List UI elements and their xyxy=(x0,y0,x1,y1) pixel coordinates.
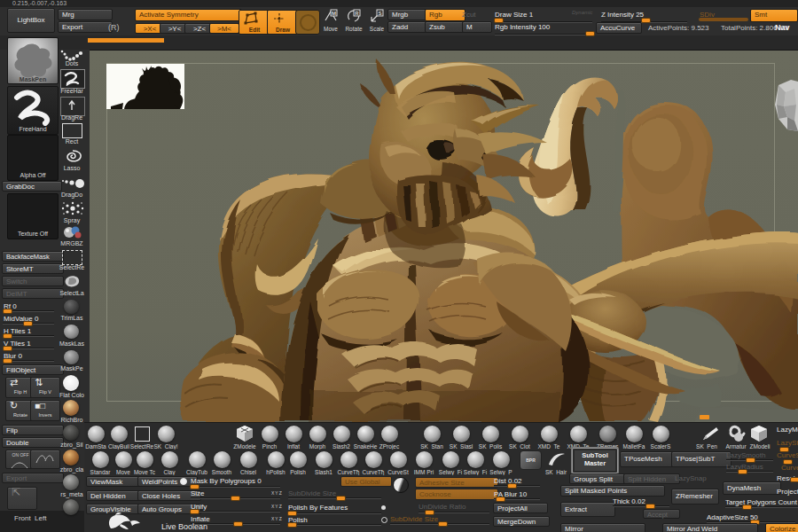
svg-text:M: M xyxy=(332,11,336,16)
svg-text:R: R xyxy=(355,11,359,16)
svg-text:S: S xyxy=(378,11,381,16)
